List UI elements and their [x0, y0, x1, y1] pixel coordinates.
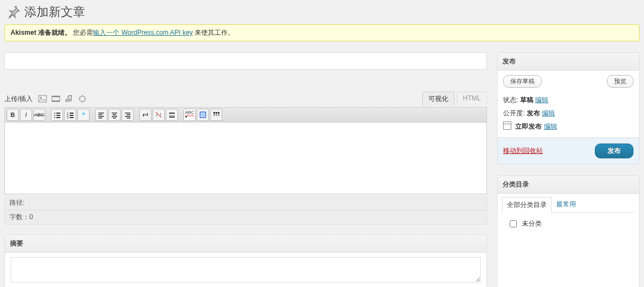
excerpt-textarea[interactable] [11, 257, 481, 283]
category-checkbox[interactable] [510, 220, 517, 227]
spellcheck-button[interactable]: ABC▾ [184, 109, 196, 121]
svg-rect-26 [125, 113, 130, 114]
content-editor[interactable] [4, 123, 487, 194]
category-item[interactable]: 未分类 [507, 219, 629, 229]
svg-rect-19 [98, 114, 102, 115]
visibility-label: 公开度: [503, 109, 525, 117]
svg-rect-15 [70, 115, 74, 116]
svg-rect-38 [216, 114, 217, 116]
page-title: 添加新文章 [4, 0, 640, 24]
svg-rect-27 [127, 114, 130, 115]
svg-rect-0 [39, 95, 46, 102]
svg-text:3: 3 [67, 116, 69, 119]
bold-button[interactable]: B [7, 109, 19, 121]
excerpt-header: 摘要 [5, 235, 486, 253]
save-draft-button[interactable]: 保存草稿 [503, 75, 542, 88]
svg-rect-30 [169, 113, 175, 114]
link-button[interactable] [139, 109, 151, 121]
page-title-text: 添加新文章 [24, 4, 85, 20]
category-label: 未分类 [522, 219, 542, 228]
notice-text-pre: 您必需 [73, 29, 93, 36]
svg-rect-33 [201, 113, 205, 116]
publish-header: 发布 [498, 53, 639, 71]
add-audio-icon[interactable] [65, 94, 74, 103]
notice-link[interactable]: 输入一个 WordPress.com API key [93, 29, 193, 36]
status-value: 草稿 [520, 96, 533, 104]
svg-rect-34 [213, 112, 215, 114]
svg-rect-29 [127, 118, 130, 119]
editor-statusbar: 路径: 字数：0 [4, 196, 487, 225]
fullscreen-button[interactable] [197, 109, 209, 121]
svg-rect-28 [125, 116, 130, 117]
svg-rect-25 [113, 118, 116, 119]
publish-button[interactable]: 发布 [595, 144, 633, 158]
svg-rect-4 [52, 100, 60, 102]
schedule-value: 立即发布 [515, 123, 542, 130]
svg-rect-18 [98, 113, 104, 114]
wordcount-label: 字数： [9, 213, 29, 221]
svg-point-10 [54, 117, 55, 118]
unlink-button[interactable] [153, 109, 165, 121]
excerpt-box: 摘要 摘要是您可以手动添加的内容概要。您可以在模板中使用它们。 [4, 235, 487, 287]
svg-rect-31 [169, 116, 175, 118]
svg-rect-3 [52, 96, 60, 97]
align-center-button[interactable] [108, 109, 121, 121]
more-button[interactable] [166, 109, 178, 121]
path-label: 路径: [9, 199, 24, 206]
svg-rect-23 [113, 114, 116, 115]
svg-rect-22 [112, 113, 117, 114]
svg-rect-11 [56, 117, 60, 118]
svg-point-8 [54, 115, 55, 116]
svg-rect-21 [98, 118, 102, 119]
ul-button[interactable] [51, 109, 63, 121]
ol-button[interactable]: 123 [64, 109, 76, 121]
edit-visibility-link[interactable]: 编辑 [542, 109, 555, 117]
tab-all-categories[interactable]: 全部分类目录 [502, 197, 552, 213]
notice-text-post: 来使其工作。 [195, 29, 234, 36]
move-to-trash-link[interactable]: 移动到回收站 [503, 146, 543, 156]
akismet-notice: Akismet 准备就绪。 您必需输入一个 WordPress.com API … [4, 24, 640, 41]
status-label: 状态: [503, 96, 518, 104]
post-title-input[interactable] [4, 52, 487, 70]
svg-rect-39 [218, 114, 219, 116]
strike-button[interactable]: ABC [33, 109, 45, 121]
tab-popular-categories[interactable]: 最常用 [552, 197, 580, 212]
categories-box: 分类目录 全部分类目录 最常用 未分类 [497, 176, 640, 287]
svg-rect-20 [98, 116, 104, 117]
add-image-icon[interactable] [38, 94, 47, 103]
tab-visual[interactable]: 可视化 [422, 92, 454, 106]
svg-point-1 [40, 97, 42, 99]
kitchensink-button[interactable] [210, 109, 222, 121]
edit-schedule-link[interactable]: 编辑 [544, 123, 557, 130]
preview-button[interactable]: 预览 [607, 75, 633, 88]
italic-button[interactable]: I [20, 109, 32, 121]
svg-rect-37 [213, 114, 215, 116]
svg-rect-36 [218, 112, 219, 114]
categories-header: 分类目录 [498, 176, 639, 194]
edit-status-link[interactable]: 编辑 [535, 96, 548, 104]
pushpin-icon [4, 3, 22, 21]
tab-html[interactable]: HTML [457, 92, 487, 106]
wordcount-value: 0 [29, 213, 33, 221]
svg-point-6 [54, 113, 55, 114]
align-left-button[interactable] [95, 109, 107, 121]
svg-rect-24 [112, 116, 117, 117]
add-video-icon[interactable] [51, 94, 60, 103]
svg-rect-7 [56, 113, 60, 114]
svg-rect-9 [56, 115, 60, 116]
editor-toolbar: B I ABC 123 ❝ ABC▾ [4, 107, 487, 123]
calendar-icon [503, 121, 511, 130]
upload-insert-label: 上传/插入 [4, 94, 33, 104]
publish-box: 发布 保存草稿 预览 状态: 草稿 编辑 公开度: 发布 编辑 [497, 52, 640, 164]
add-media-icon[interactable] [78, 94, 87, 103]
category-list: 未分类 [502, 213, 635, 287]
svg-rect-35 [216, 112, 217, 114]
quote-button[interactable]: ❝ [77, 109, 90, 121]
align-right-button[interactable] [122, 109, 134, 121]
visibility-value: 发布 [527, 109, 540, 117]
notice-strong: Akismet 准备就绪。 [11, 29, 71, 36]
svg-rect-17 [70, 117, 74, 118]
svg-rect-13 [70, 113, 74, 114]
